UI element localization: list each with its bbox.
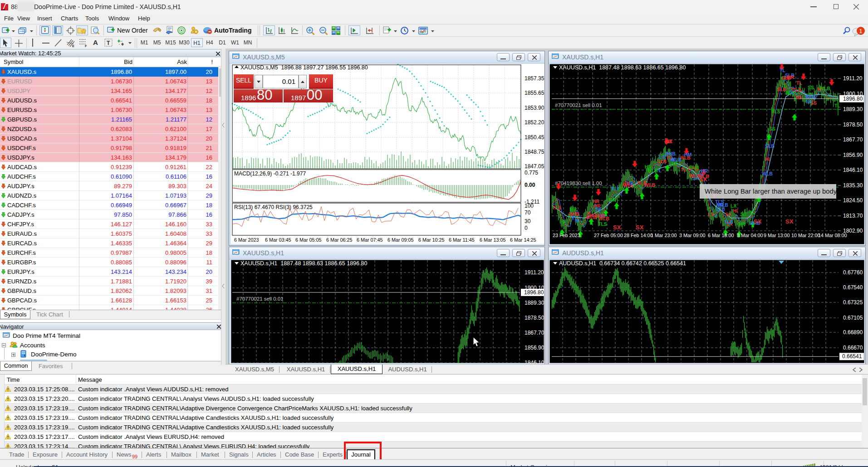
svg-text:1847.05: 1847.05 <box>525 163 544 170</box>
svg-text:SS: SS <box>808 85 814 90</box>
svg-text:1855.65: 1855.65 <box>525 90 544 96</box>
svg-text:#70770021 sell 0.01: #70770021 sell 0.01 <box>236 296 284 302</box>
svg-text:28 Feb 14:00: 28 Feb 14:00 <box>624 233 653 238</box>
svg-text:WLB: WLB <box>689 173 700 179</box>
svg-text:1852.20: 1852.20 <box>525 119 544 126</box>
svg-text:30: 30 <box>525 218 531 224</box>
svg-text:XAUUSD.s,M5 1896.88 1897.27 1: XAUUSD.s,M5 1896.88 1897.27 1896.55 1896… <box>240 64 368 71</box>
svg-text:SX: SX <box>725 212 731 217</box>
svg-text:1846.10: 1846.10 <box>843 167 863 173</box>
svg-text:1: 1 <box>859 28 863 34</box>
svg-text:#70770021 sell 0.01: #70770021 sell 0.01 <box>555 102 602 108</box>
svg-text:1835.30: 1835.30 <box>843 182 863 189</box>
svg-text:SLB: SLB <box>637 180 647 185</box>
svg-text:0.775: 0.775 <box>525 170 538 176</box>
svg-text:23 Feb 2023: 23 Feb 2023 <box>553 233 580 238</box>
svg-text:HR: HR <box>609 197 616 203</box>
svg-text:SX: SX <box>806 99 812 104</box>
svg-text:27 Feb 05:00: 27 Feb 05:00 <box>594 233 623 238</box>
svg-text:0.66670: 0.66670 <box>843 345 863 351</box>
svg-text:0.67540: 0.67540 <box>843 284 863 291</box>
svg-text:TLS: TLS <box>552 205 561 210</box>
svg-text:1813.70: 1813.70 <box>843 213 863 219</box>
svg-text:0.67760: 0.67760 <box>843 269 863 276</box>
svg-text:HR: HR <box>739 221 746 227</box>
svg-text:8 Mar 04:00: 8 Mar 04:00 <box>737 233 763 238</box>
svg-text:WLB: WLB <box>762 171 773 176</box>
svg-text:HR: HR <box>701 168 708 174</box>
svg-text:SX: SX <box>699 176 707 183</box>
svg-text:1824.50: 1824.50 <box>843 197 863 204</box>
svg-text:1889.30: 1889.30 <box>843 106 863 112</box>
svg-text:1850.45: 1850.45 <box>525 134 544 141</box>
svg-text:SX: SX <box>613 224 621 231</box>
svg-text:1911.20: 1911.20 <box>525 269 544 276</box>
svg-text:TL: TL <box>780 68 785 73</box>
svg-text:TL: TL <box>681 167 687 172</box>
svg-text:6 Mar 18:00: 6 Mar 18:00 <box>708 233 734 238</box>
svg-text:HI: HI <box>765 156 770 162</box>
svg-text:TL: TL <box>750 210 755 215</box>
svg-text:1846.10: 1846.10 <box>525 360 544 363</box>
svg-text:WLB: WLB <box>598 216 609 221</box>
svg-text:1896.80: 1896.80 <box>843 96 863 102</box>
svg-text:E: E <box>72 44 74 48</box>
svg-text:1867.70: 1867.70 <box>525 330 544 336</box>
svg-text:1878.50: 1878.50 <box>843 122 863 128</box>
svg-text:6 Mar 14:25: 6 Mar 14:25 <box>510 237 536 243</box>
svg-text:6 Mar 2023: 6 Mar 2023 <box>234 237 259 243</box>
svg-text:1848.75: 1848.75 <box>525 149 544 155</box>
svg-text:1856.90: 1856.90 <box>843 152 863 158</box>
svg-text:HI: HI <box>733 208 738 214</box>
svg-text:HR: HR <box>593 199 600 204</box>
svg-text:White Long Bar larger than ave: White Long Bar larger than average up bo… <box>705 188 837 195</box>
svg-text:9 Mar 13:00: 9 Mar 13:00 <box>764 233 790 238</box>
svg-text:SX: SX <box>595 206 602 212</box>
svg-text:HM: HM <box>716 202 724 208</box>
svg-text:0.67105: 0.67105 <box>843 315 863 321</box>
svg-text:TLS: TLS <box>724 219 733 225</box>
svg-text:WLB: WLB <box>671 157 682 162</box>
svg-text:1896.80: 1896.80 <box>524 289 544 296</box>
svg-text:XAUUSD.s,H1 1887.48 1898.63 1: XAUUSD.s,H1 1887.48 1898.63 1886.65 1896… <box>240 260 367 267</box>
svg-text:0: 0 <box>525 225 528 231</box>
svg-text:HR: HR <box>570 207 577 212</box>
svg-text:F: F <box>85 44 87 48</box>
svg-text:SX: SX <box>785 218 794 225</box>
svg-text:TL: TL <box>796 80 802 86</box>
svg-text:1 Mar 23:00: 1 Mar 23:00 <box>651 233 677 238</box>
svg-text:AUDUSD.s,H1 0.66734 0.66742 0: AUDUSD.s,H1 0.66734 0.66742 0.66525 0.66… <box>559 260 686 267</box>
svg-text:TLS: TLS <box>598 221 607 227</box>
svg-text:HR: HR <box>623 181 630 186</box>
svg-text:SLB: SLB <box>781 75 791 81</box>
svg-text:LX: LX <box>659 154 665 160</box>
svg-text:70: 70 <box>525 209 531 216</box>
svg-text:WLB: WLB <box>819 86 830 91</box>
svg-text:#70419830 sell 1.00: #70419830 sell 1.00 <box>555 180 602 186</box>
svg-text:0.66541: 0.66541 <box>842 353 862 360</box>
svg-text:BLB: BLB <box>689 165 699 170</box>
svg-text:10 Mar 22:00: 10 Mar 22:00 <box>791 233 820 238</box>
svg-text:MACD(12,26,9) -0.271 -1.977: MACD(12,26,9) -0.271 -1.977 <box>234 170 306 177</box>
svg-text:SLB: SLB <box>765 143 775 149</box>
svg-text:SX: SX <box>754 218 762 225</box>
svg-text:6 Mar 06:25: 6 Mar 06:25 <box>326 237 353 243</box>
svg-text:SX: SX <box>618 186 625 192</box>
svg-text:SS: SS <box>769 126 775 131</box>
svg-text:TL: TL <box>834 103 840 108</box>
svg-text:T: T <box>107 40 110 46</box>
svg-text:LX: LX <box>708 212 714 217</box>
svg-text:0.67325: 0.67325 <box>843 299 863 306</box>
svg-text:SX: SX <box>666 139 672 144</box>
svg-text:6 Mar 07:45: 6 Mar 07:45 <box>357 237 383 243</box>
svg-text:6 Mar 10:25: 6 Mar 10:25 <box>418 237 445 243</box>
svg-text:HI: HI <box>560 219 565 224</box>
svg-text:TL: TL <box>781 83 787 88</box>
svg-text:1867.70: 1867.70 <box>843 136 863 143</box>
svg-text:6 Mar 05:05: 6 Mar 05:05 <box>295 237 322 243</box>
svg-text:TLS: TLS <box>771 109 780 114</box>
svg-text:6 Mar 11:45: 6 Mar 11:45 <box>449 237 475 243</box>
svg-text:HR: HR <box>645 164 652 170</box>
svg-text:0.00: 0.00 <box>525 182 535 188</box>
svg-text:HR: HR <box>589 213 597 218</box>
